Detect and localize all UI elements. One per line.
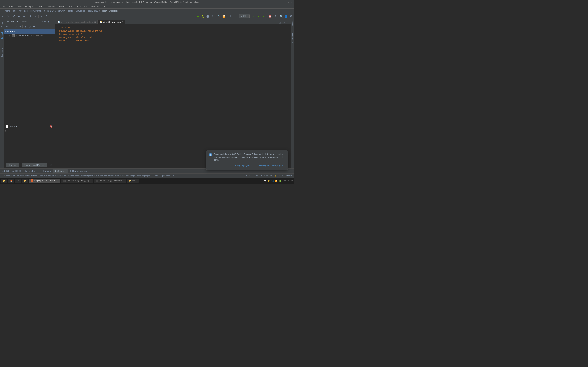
taskbar-terminal-3[interactable]: ⬛ Terminal 终端 - daji@daji-... [94, 179, 126, 183]
bottom-tab-todo[interactable]: ≡ TODO [11, 169, 23, 173]
wechat-icon[interactable]: 💬 [264, 180, 267, 182]
arrow-up-btn[interactable]: ↗ [261, 14, 266, 18]
configure-plugins-btn[interactable]: Configure plugins→ [232, 164, 254, 167]
commit-panel-toggle[interactable]: Commit [1, 32, 3, 39]
check-code-btn[interactable]: ✓ [274, 21, 278, 24]
nav-vmoptions[interactable]: idea64.vmoptions [103, 10, 118, 12]
menu-run[interactable]: Run [67, 5, 72, 8]
expand-all-btn[interactable]: ⊞ [23, 25, 27, 29]
unversioned-files-item[interactable]: ▷ Unversioned Files 646 files [4, 34, 54, 38]
nav-var[interactable]: var [18, 10, 21, 12]
project-panel-toggle[interactable]: Project [1, 22, 3, 27]
fold-btn[interactable]: △ [278, 21, 282, 24]
profile-btn[interactable]: 👤 [284, 14, 288, 18]
nav-ideaic[interactable]: IdeaIC2022.3 [87, 10, 100, 12]
taskbar-idea[interactable]: I enginepro1130 – ~/.var/a... [29, 179, 61, 183]
nav-app[interactable]: app [24, 10, 28, 12]
status-line-col[interactable]: 4:26 [246, 175, 250, 177]
forward-btn[interactable]: ▷ [6, 14, 10, 18]
window-controls[interactable]: ─ □ ✕ [284, 1, 292, 4]
branch-selector[interactable]: V3UJT ▾ [239, 14, 250, 18]
bottom-tab-dependencies[interactable]: ⊞ Dependencies [68, 169, 88, 173]
rollback-btn[interactable]: ↩ [9, 25, 13, 29]
dismiss-plugins-btn[interactable]: Don't suggest these plugins [256, 164, 285, 167]
nav-home[interactable]: / [2, 10, 2, 12]
unfold-btn[interactable]: ▽ [282, 21, 286, 24]
settings-icon[interactable]: ⚙ [47, 20, 50, 23]
taskbar-files[interactable]: 📁 [1, 179, 7, 183]
more-tabs-btn[interactable]: ⋯ [286, 21, 290, 24]
amend-checkbox[interactable] [6, 125, 8, 128]
nav-config[interactable]: config [68, 10, 73, 12]
maven-panel-toggle[interactable]: Maven [292, 21, 294, 26]
menu-view[interactable]: View [16, 5, 22, 8]
shelf-label[interactable]: Shelf [41, 20, 46, 23]
filter-btn[interactable]: ⇌ [49, 14, 54, 18]
code-editor[interactable]: -Xmx1738m -Dsun.java2d.uiScale.enabled=t… [55, 25, 291, 168]
bottom-tab-services[interactable]: ▶ Services [53, 169, 68, 173]
taskbar-datas[interactable]: 📂 datas [127, 179, 139, 183]
bookmarks-panel-toggle[interactable]: Bookmarks [1, 48, 3, 57]
network-icon[interactable]: 🌐 [271, 180, 274, 182]
wifi-icon[interactable]: 📶 [275, 180, 277, 182]
search-everywhere-btn[interactable]: 🔍 [279, 14, 283, 18]
taskbar-firefox[interactable]: 🦊 [8, 179, 14, 183]
profiler-btn[interactable]: ⏱ [210, 14, 215, 18]
menu-window[interactable]: Window [90, 5, 99, 8]
menu-refactor[interactable]: Refactor [46, 5, 56, 8]
commit-message-input[interactable] [5, 130, 54, 160]
git-push-btn[interactable]: ⬆ [233, 14, 237, 18]
minimize-panel-icon[interactable]: ─ [51, 20, 53, 23]
stage-btn[interactable]: ⊕ [13, 25, 17, 29]
notifications-panel-toggle[interactable]: Notifications [292, 33, 294, 43]
status-spaces[interactable]: 4 spaces [264, 175, 272, 177]
close-icon[interactable]: ✕ [290, 1, 292, 4]
taskbar-folder[interactable]: 📂 [22, 179, 28, 183]
taskbar-terminal-2[interactable]: ⬛ Terminal 终端 - daji@daji-... [61, 179, 93, 183]
status-lf[interactable]: LF [252, 175, 254, 177]
settings-btn[interactable]: ⚙ [289, 14, 293, 18]
battery-icon[interactable]: 🔋 [279, 180, 281, 182]
amend-history-icon[interactable]: ⏰ [50, 125, 53, 128]
unstage-btn[interactable]: ⊖ [18, 25, 22, 29]
commit-settings-icon[interactable]: ⚙ [50, 163, 53, 167]
check-btn1[interactable]: ✓ [251, 14, 256, 18]
commit-button[interactable]: Commit [6, 163, 19, 167]
sort-btn[interactable]: ⇅ [44, 14, 49, 18]
collapse-all-btn[interactable]: ⊟ [27, 25, 32, 29]
redo-btn[interactable]: ↪ [22, 14, 26, 18]
download-btn[interactable]: ↓ [33, 14, 38, 18]
menu-edit[interactable]: Edit [9, 5, 14, 8]
tab-idea64[interactable]: 📝 idea64.vmoptions ✕ [98, 20, 125, 25]
menu-git[interactable]: Git [84, 5, 88, 8]
menu-file[interactable]: File [1, 5, 6, 8]
debug-btn[interactable]: 🐛 [200, 14, 205, 18]
coverage-btn[interactable]: ⬤ [205, 14, 210, 18]
taskbar-terminal-1[interactable]: 🖥 [15, 179, 21, 183]
back-btn[interactable]: ◁ [1, 14, 5, 18]
tab-pom-close[interactable]: ✕ [94, 21, 96, 23]
menu-build[interactable]: Build [58, 5, 65, 8]
minimize-icon[interactable]: ─ [284, 1, 286, 4]
refresh-btn[interactable]: ↺ [12, 14, 17, 18]
nav-package[interactable]: com.jetbrains.IntelliJ-IDEA-Community [30, 10, 65, 12]
refresh-commit-btn[interactable]: ↺ [5, 25, 9, 29]
rebuild-btn[interactable]: 🔁 [222, 14, 226, 18]
status-branch[interactable]: sat-v3-md6530 [279, 175, 292, 177]
view-btn[interactable]: ≡ [39, 14, 44, 18]
status-encoding[interactable]: UTF-8 [256, 175, 262, 177]
menu-tools[interactable]: Tools [75, 5, 81, 8]
check-btn2[interactable]: ✓ [256, 14, 261, 18]
history-btn[interactable]: ⏰ [268, 14, 272, 18]
menu-navigate[interactable]: Navigate [25, 5, 35, 8]
undo-btn[interactable]: ↩ [17, 14, 21, 18]
bottom-tab-terminal[interactable]: ▸ Terminal [39, 169, 53, 173]
commit-message-area[interactable] [4, 129, 54, 161]
nav-user[interactable]: daji [13, 10, 16, 12]
nav-home-dir[interactable]: home [5, 10, 10, 12]
menu-help[interactable]: Help [102, 5, 108, 8]
git-update-btn[interactable]: ⬇ [228, 14, 232, 18]
bottom-tab-problems[interactable]: ⚠ Problems [23, 169, 39, 173]
tab-pom-xml[interactable]: 📄 pom.xml [dev-enginepro-bootstrap] ✕ [56, 20, 98, 25]
revert-btn[interactable]: ↺ [273, 14, 277, 18]
